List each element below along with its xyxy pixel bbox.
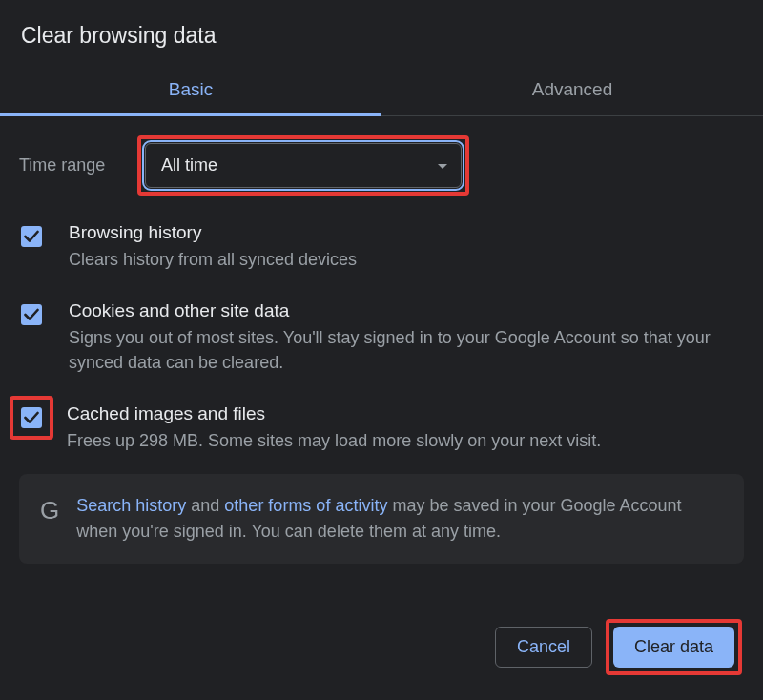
time-range-select[interactable]: All time [145, 143, 462, 188]
checkmark-icon [21, 304, 42, 325]
checklist-item-title: Browsing history [69, 222, 744, 243]
dialog-title: Clear browsing data [0, 0, 763, 66]
checklist-text: Cookies and other site data Signs you ou… [69, 300, 744, 375]
notice-mid1: and [186, 496, 224, 515]
time-range-label: Time range [19, 155, 130, 175]
other-activity-link[interactable]: other forms of activity [224, 496, 387, 515]
dialog-body: Time range All time Browsing his [0, 116, 763, 564]
checklist-item-cookies: Cookies and other site data Signs you ou… [19, 300, 744, 375]
checklist: Browsing history Clears history from all… [19, 222, 744, 453]
checklist-item-title: Cached images and files [67, 403, 744, 424]
checkbox-cookies[interactable] [19, 302, 44, 327]
dialog-footer: Cancel Clear data [495, 619, 742, 675]
checklist-item-desc: Frees up 298 MB. Some sites may load mor… [67, 428, 744, 453]
checkmark-icon [21, 407, 42, 428]
highlight-time-range: All time [137, 135, 469, 196]
google-account-notice: G Search history and other forms of acti… [19, 474, 744, 564]
cancel-button[interactable]: Cancel [495, 627, 592, 668]
tabs: Basic Advanced [0, 66, 763, 116]
tab-advanced[interactable]: Advanced [382, 66, 763, 115]
clear-browsing-data-dialog: Clear browsing data Basic Advanced Time … [0, 0, 763, 700]
checkbox-browsing-history[interactable] [19, 224, 44, 249]
time-range-row: Time range All time [19, 135, 744, 196]
checklist-item-desc: Signs you out of most sites. You'll stay… [69, 325, 744, 375]
checklist-item-title: Cookies and other site data [69, 300, 744, 321]
checklist-item-cached: Cached images and files Frees up 298 MB.… [19, 403, 744, 453]
highlight-checkbox-cached [10, 396, 53, 440]
tab-basic[interactable]: Basic [0, 66, 382, 115]
clear-data-button[interactable]: Clear data [613, 627, 734, 668]
time-range-select-wrap: All time [145, 143, 462, 188]
google-g-icon: G [40, 493, 59, 527]
checkbox-cached[interactable] [19, 405, 44, 430]
search-history-link[interactable]: Search history [76, 496, 186, 515]
checklist-text: Cached images and files Frees up 298 MB.… [67, 403, 744, 453]
notice-text: Search history and other forms of activi… [76, 493, 723, 545]
checklist-item-desc: Clears history from all synced devices [69, 247, 744, 272]
checkmark-icon [21, 226, 42, 247]
highlight-clear-button: Clear data [606, 619, 742, 675]
checklist-item-browsing-history: Browsing history Clears history from all… [19, 222, 744, 272]
checklist-text: Browsing history Clears history from all… [69, 222, 744, 272]
